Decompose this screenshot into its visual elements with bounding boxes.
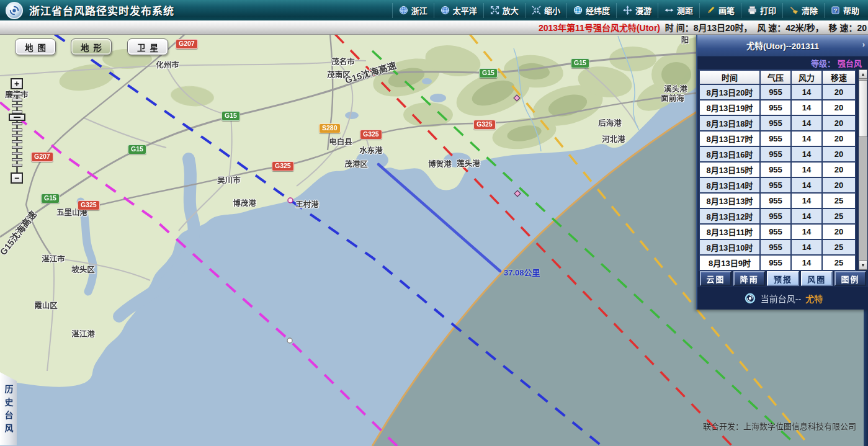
table-row[interactable]: 8月13日17时9551420 (700, 132, 855, 146)
tool-zhejiang[interactable]: 浙江 (392, 3, 434, 18)
table-cell: 25 (823, 194, 855, 208)
measure-arrow-icon (664, 6, 674, 15)
table-row[interactable]: 8月13日13时9551425 (700, 194, 855, 208)
table-row[interactable]: 8月13日18时9551420 (700, 116, 855, 130)
table-row[interactable]: 8月13日19时9551420 (700, 100, 855, 115)
table-cell: 955 (761, 178, 790, 192)
tool-measure[interactable]: 测距 (658, 3, 699, 18)
table-cell: 25 (823, 256, 855, 270)
tool-zoom-out[interactable]: 缩小 (525, 3, 566, 18)
app-title: 浙江省台风路径实时发布系统 (29, 2, 174, 18)
table-cell: 14 (792, 225, 821, 239)
table-cell: 955 (761, 132, 790, 146)
road-shield: G15 (479, 68, 498, 78)
title-bar: 浙江省台风路径实时发布系统 浙江太平洋放大缩小经纬度漫游测距画笔打印清除?帮助 (0, 0, 868, 21)
table-cell: 14 (792, 240, 821, 254)
tool-pen[interactable]: 画笔 (699, 3, 741, 18)
panel-header: 尤特(Utor)--201311 › (697, 34, 868, 57)
tool-pacific[interactable]: 太平洋 (434, 3, 483, 18)
zoom-tick (12, 128, 22, 132)
zoom-slider-handle[interactable] (9, 114, 25, 121)
table-row[interactable]: 8月13日14时9551420 (700, 178, 855, 192)
table-row[interactable]: 8月13日10时9551425 (700, 240, 855, 254)
road-shield: G325 (272, 161, 294, 171)
tool-clear[interactable]: 清除 (782, 3, 824, 18)
zoom-tick (12, 158, 22, 161)
broom-icon (789, 6, 799, 15)
table-cell: 25 (823, 240, 855, 254)
table-cell: 25 (823, 209, 855, 223)
zoom-tick (12, 122, 22, 125)
table-cell: 8月13日12时 (700, 209, 759, 223)
map-label: 面前海 (661, 92, 684, 104)
tab-rain[interactable]: 降雨 (733, 271, 765, 286)
table-cell: 20 (823, 147, 855, 161)
table-row[interactable]: 8月13日9时9551425 (700, 256, 855, 270)
scroll-down-button[interactable]: ▼ (859, 261, 867, 270)
tool-zoom-in[interactable]: 放大 (483, 3, 525, 18)
table-scrollbar[interactable]: ▲ ▼ (859, 69, 867, 270)
zoom-out-button[interactable]: − (11, 172, 23, 184)
tool-print[interactable]: 打印 (741, 3, 782, 18)
current-typhoon-name[interactable]: 尤特 (805, 292, 823, 305)
tool-measure-label: 测距 (677, 4, 693, 16)
level-value: 强台风 (838, 57, 862, 69)
help-icon: ? (831, 6, 840, 15)
zoom-in-button[interactable]: + (11, 78, 23, 89)
scroll-thumb[interactable] (859, 80, 867, 137)
tool-pan-label: 漫游 (635, 4, 651, 16)
zoom-tick (12, 146, 22, 149)
tab-legend[interactable]: 图例 (834, 271, 866, 286)
svg-text:?: ? (834, 7, 838, 14)
satellite-type-button[interactable]: 卫星 (127, 38, 168, 55)
table-row[interactable]: 8月13日12时9551425 (700, 209, 855, 223)
table-cell: 955 (761, 100, 790, 115)
panel-title: 尤特(Utor)--201311 (746, 39, 819, 51)
road-shield: G207 (176, 39, 198, 49)
table-row[interactable]: 8月13日20时9551420 (700, 85, 855, 99)
table-row[interactable]: 8月13日15时9551420 (700, 163, 855, 177)
tool-pan[interactable]: 漫游 (616, 3, 658, 18)
panel-collapse-arrow-icon[interactable]: › (862, 40, 865, 49)
table-cell: 8月13日19时 (700, 100, 759, 115)
road-shield: S280 (319, 123, 341, 133)
map-label: 茂名市 (331, 55, 355, 67)
table-cell: 14 (792, 147, 821, 161)
printer-icon (748, 6, 757, 15)
tool-pen-label: 画笔 (718, 4, 735, 16)
table-row[interactable]: 8月13日11时9551420 (700, 225, 855, 239)
table-cell: 955 (761, 240, 790, 254)
table-cell: 955 (761, 163, 790, 177)
tool-latlon[interactable]: 经纬度 (566, 3, 616, 18)
table-cell: 8月13日13时 (700, 194, 759, 208)
table-cell: 8月13日17时 (700, 132, 759, 146)
zoom-tick (12, 140, 22, 143)
table-cell: 8月13日9时 (700, 256, 759, 270)
table-cell: 955 (761, 147, 790, 161)
road-shield: G15 (571, 58, 589, 68)
tool-help[interactable]: ?帮助 (824, 3, 866, 18)
typhoon-level-row: 等级： 强台风 (697, 57, 868, 69)
tab-wind-circle[interactable]: 风圈 (801, 271, 833, 286)
current-storm-title: 2013年第11号强台风尤特(Utor) (539, 21, 660, 33)
scroll-up-button[interactable]: ▲ (859, 69, 867, 79)
tool-clear-label: 清除 (802, 4, 818, 16)
history-typhoon-label: 历史台风 (2, 385, 15, 445)
table-cell: 955 (761, 116, 790, 130)
table-row[interactable]: 8月13日16时9551420 (700, 147, 855, 161)
map-type-button[interactable]: 地图 (15, 38, 56, 55)
history-typhoon-tab[interactable]: 历史台风 (0, 372, 17, 445)
terrain-type-button[interactable]: 地形 (71, 38, 112, 55)
app-logo-icon (6, 2, 23, 19)
tool-help-label: 帮助 (843, 4, 859, 16)
tab-cloud[interactable]: 云图 (700, 271, 732, 286)
toolbar: 浙江太平洋放大缩小经纬度漫游测距画笔打印清除?帮助 (392, 0, 868, 20)
latlon-globe-icon (573, 6, 583, 15)
tab-forecast[interactable]: 预报 (767, 271, 799, 286)
table-cell: 14 (792, 116, 821, 130)
table-cell: 14 (792, 85, 821, 99)
table-cell: 20 (823, 178, 855, 192)
zoom-tick (12, 99, 22, 102)
map-label: 博贺港 (428, 158, 452, 169)
tool-pacific-label: 太平洋 (453, 4, 477, 16)
